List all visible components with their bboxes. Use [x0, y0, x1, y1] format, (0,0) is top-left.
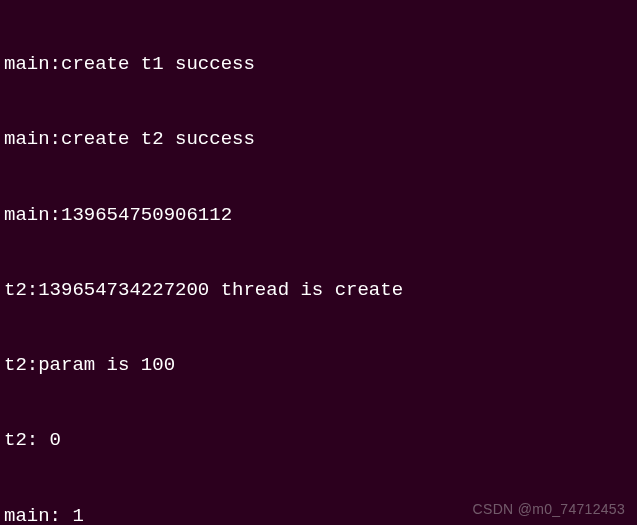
- output-line: t2: 0: [4, 428, 633, 453]
- watermark-text: CSDN @m0_74712453: [473, 501, 625, 517]
- output-line: main:create t2 success: [4, 127, 633, 152]
- terminal-output: main:create t1 success main:create t2 su…: [4, 2, 633, 525]
- output-line: t2:139654734227200 thread is create: [4, 278, 633, 303]
- output-line: t2:param is 100: [4, 353, 633, 378]
- output-line: main:create t1 success: [4, 52, 633, 77]
- output-line: main:139654750906112: [4, 203, 633, 228]
